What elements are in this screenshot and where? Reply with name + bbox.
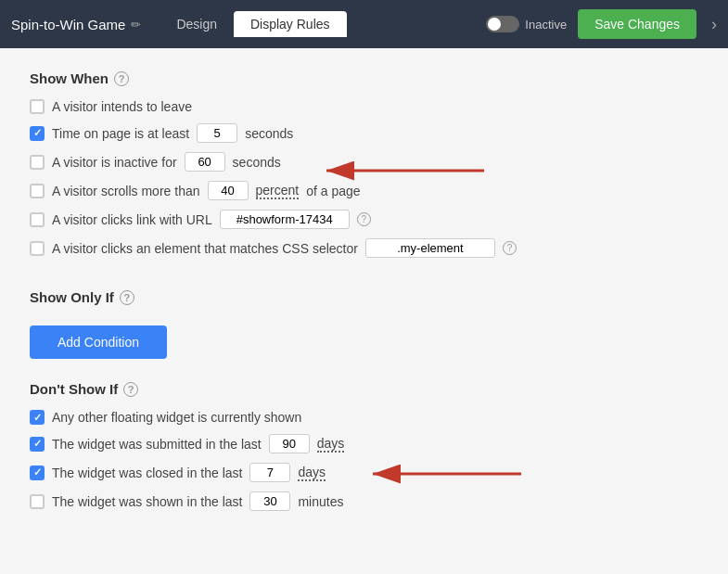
edit-icon[interactable]: ✏	[131, 18, 141, 32]
main-inner: Show When ? A visitor intends to leave T…	[30, 70, 698, 511]
condition-click-css-label: A visitor clicks an element that matches…	[52, 241, 358, 256]
condition-floating-label: Any other floating widget is currently s…	[52, 410, 301, 425]
condition-time-on-page: Time on page is at least seconds	[30, 123, 698, 143]
dont-show-if-label: Don't Show If	[30, 381, 118, 397]
checkbox-floating[interactable]	[30, 410, 45, 425]
condition-submitted-label-pre: The widget was submitted in the last	[52, 437, 262, 452]
dont-show-if-title: Don't Show If ?	[30, 381, 698, 397]
condition-shown-label-post: minutes	[298, 494, 343, 509]
add-condition-button[interactable]: Add Condition	[30, 325, 167, 359]
app-title-text: Spin-to-Win Game	[11, 17, 125, 32]
toggle-knob	[488, 18, 501, 31]
condition-scrolls-underline: percent	[256, 183, 300, 199]
condition-shown-label-pre: The widget was shown in the last	[52, 494, 242, 509]
checkbox-click-css[interactable]	[30, 241, 45, 256]
checkbox-closed[interactable]	[30, 466, 45, 480]
show-only-if-title: Show Only If ?	[30, 289, 698, 305]
condition-time-label-pre: Time on page is at least	[52, 126, 189, 141]
condition-scrolls-label-pre: A visitor scrolls more than	[52, 184, 200, 198]
app-header: Spin-to-Win Game ✏ Design Display Rules …	[0, 0, 728, 48]
active-toggle-wrap: Inactive	[486, 16, 567, 32]
show-when-help-icon[interactable]: ?	[114, 71, 129, 86]
condition-closed-label-pre: The widget was closed in the last	[52, 466, 242, 480]
active-toggle[interactable]	[486, 16, 519, 32]
show-only-if-help-icon[interactable]: ?	[120, 290, 134, 305]
checkbox-scrolls[interactable]	[30, 184, 45, 198]
condition-scrolls: A visitor scrolls more than percent of a…	[30, 181, 698, 200]
closed-input[interactable]	[249, 463, 290, 482]
nav-tabs: Design Display Rules	[160, 11, 346, 37]
dont-show-if-help-icon[interactable]: ?	[123, 382, 138, 397]
condition-click-url-label: A visitor clicks link with URL	[52, 212, 212, 227]
tab-display-rules[interactable]: Display Rules	[234, 11, 347, 37]
show-when-label: Show When	[30, 70, 109, 86]
checkbox-inactive[interactable]	[30, 155, 45, 170]
condition-submitted: The widget was submitted in the last day…	[30, 434, 698, 453]
close-icon[interactable]: ›	[711, 15, 717, 34]
shown-input[interactable]	[249, 491, 290, 511]
show-only-if-label: Show Only If	[30, 289, 114, 305]
condition-leave-label: A visitor intends to leave	[52, 99, 192, 114]
save-changes-button[interactable]: Save Changes	[578, 9, 696, 39]
click-url-input[interactable]	[220, 210, 350, 229]
checkbox-shown[interactable]	[30, 494, 45, 509]
condition-closed: The widget was closed in the last days	[30, 463, 698, 482]
toggle-label: Inactive	[525, 18, 567, 32]
header-right: Inactive Save Changes ›	[486, 9, 717, 39]
time-on-page-input[interactable]	[197, 123, 237, 143]
condition-time-label-post: seconds	[245, 126, 293, 141]
scrolls-input[interactable]	[208, 181, 249, 200]
checkbox-submitted[interactable]	[30, 437, 45, 452]
submitted-input[interactable]	[269, 434, 310, 453]
click-css-help-icon[interactable]: ?	[503, 241, 517, 255]
checkbox-click-url[interactable]	[30, 212, 45, 227]
condition-inactive-label-post: seconds	[233, 155, 281, 170]
condition-scrolls-label-post: of a page	[306, 184, 360, 198]
condition-shown: The widget was shown in the last minutes	[30, 491, 698, 511]
condition-inactive: A visitor is inactive for seconds	[30, 152, 698, 172]
click-url-help-icon[interactable]: ?	[357, 212, 371, 226]
condition-floating: Any other floating widget is currently s…	[30, 410, 698, 425]
condition-click-url: A visitor clicks link with URL ?	[30, 210, 698, 229]
condition-inactive-label-pre: A visitor is inactive for	[52, 155, 177, 170]
condition-submitted-days: days	[317, 436, 345, 453]
tab-design[interactable]: Design	[160, 11, 234, 37]
app-title: Spin-to-Win Game ✏	[11, 17, 141, 32]
show-when-title: Show When ?	[30, 70, 698, 86]
condition-leave: A visitor intends to leave	[30, 99, 698, 114]
main-content: Show When ? A visitor intends to leave T…	[0, 48, 728, 574]
checkbox-time-on-page[interactable]	[30, 126, 45, 141]
condition-closed-days: days	[298, 465, 326, 481]
condition-click-css: A visitor clicks an element that matches…	[30, 238, 698, 258]
checkbox-leave[interactable]	[30, 99, 45, 114]
click-css-input[interactable]	[365, 238, 495, 258]
inactive-input[interactable]	[185, 152, 225, 172]
